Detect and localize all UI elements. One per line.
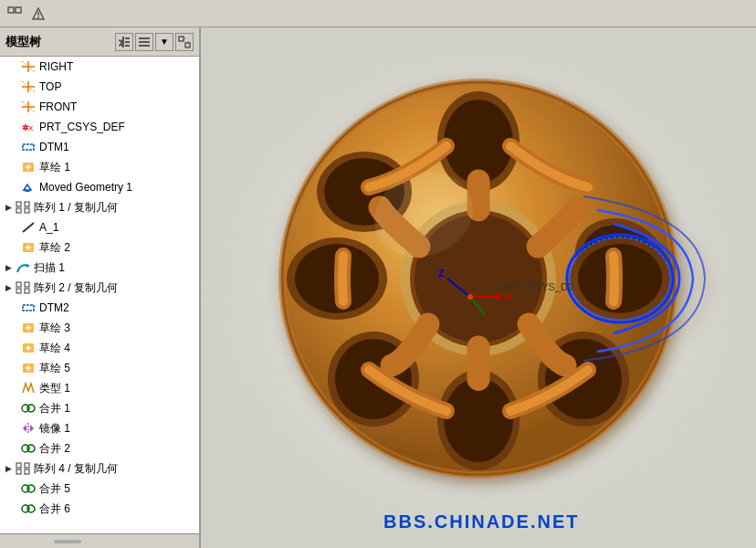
merge1-icon — [20, 401, 37, 416]
expand-merge2 — [7, 442, 20, 455]
tree-item-merge6[interactable]: 合并 6 — [0, 499, 199, 519]
tree-item-merge2[interactable]: 合并 2 — [0, 438, 199, 458]
tree-item-sweep1[interactable]: ▶ 扫描 1 — [0, 258, 199, 278]
sketch4-icon — [20, 341, 37, 355]
expand-merge5 — [7, 482, 20, 495]
sketch1-icon — [20, 160, 37, 174]
moved-icon — [20, 180, 37, 195]
tree-item-merge5[interactable]: 合并 5 — [0, 479, 199, 499]
tree-label-sketch5: 草绘 5 — [39, 361, 70, 376]
expand-merge6 — [7, 502, 20, 515]
app-container: 模型树 — [0, 0, 756, 548]
tree-item-sketch5[interactable]: 草绘 5 — [0, 358, 199, 378]
plane-icon-front — [20, 100, 37, 114]
tree-item-type1[interactable]: 类型 1 — [0, 378, 199, 398]
expand-btn[interactable] — [175, 33, 194, 51]
svg-rect-42 — [25, 289, 29, 293]
merge5-icon — [20, 481, 37, 496]
tree-label-right: RIGHT — [39, 60, 73, 73]
tree-label-merge5: 合并 5 — [39, 481, 70, 497]
tree-label-a1: A_1 — [39, 221, 58, 234]
svg-rect-10 — [139, 45, 150, 47]
sweep1-icon — [15, 260, 31, 275]
tree-label-sweep1: 扫描 1 — [34, 260, 65, 276]
expand-array1[interactable]: ▶ — [2, 201, 15, 214]
tree-item-array2[interactable]: ▶ 阵列 2 / 复制几何 — [0, 278, 199, 298]
plane-icon-top — [20, 79, 37, 94]
tree-label-dtm1: DTM1 — [39, 141, 69, 153]
sketch3-icon — [20, 321, 37, 335]
tree-label-sketch3: 草绘 3 — [39, 321, 70, 336]
expand-top — [7, 80, 20, 93]
tree-item-dtm1[interactable]: DTM1 — [0, 137, 199, 157]
svg-line-34 — [23, 223, 34, 232]
tree-item-merge1[interactable]: 合并 1 — [0, 398, 199, 418]
expand-sketch2 — [7, 241, 20, 254]
a1-icon — [20, 220, 37, 235]
array4-icon — [15, 461, 31, 476]
tree-item-mirror1[interactable]: 镜像 1 — [0, 418, 199, 438]
svg-rect-30 — [16, 202, 21, 206]
expand-sketch5 — [7, 362, 20, 374]
svg-marker-57 — [30, 425, 34, 432]
tree-label-mirror1: 镜像 1 — [39, 421, 70, 437]
viewport[interactable]: Z X PRT_CSYS — [201, 27, 756, 548]
tree-label-array1: 阵列 1 / 复制几何 — [34, 200, 118, 216]
expand-array4[interactable]: ▶ — [2, 462, 15, 475]
panel-header: 模型树 — [0, 27, 199, 57]
tree-item-moved[interactable]: Moved Geometry 1 — [0, 177, 199, 197]
svg-point-54 — [27, 405, 35, 412]
tree-item-array1[interactable]: ▶ 阵列 1 / 复制几何 — [0, 197, 199, 217]
tree-item-dtm2[interactable]: DTM2 — [0, 298, 199, 318]
tree-item-a1[interactable]: A_1 — [0, 217, 199, 237]
tree-item-sketch2[interactable]: 草绘 2 — [0, 237, 199, 258]
list-view-btn[interactable] — [135, 33, 153, 51]
toolbar-icon-2[interactable] — [27, 3, 49, 25]
tree-label-merge2: 合并 2 — [39, 441, 70, 457]
svg-marker-56 — [23, 425, 26, 432]
expand-array2[interactable]: ▶ — [2, 281, 15, 294]
csys-icon: ✲ X — [20, 120, 37, 134]
svg-rect-12 — [185, 43, 190, 47]
tree-label-dtm2: DTM2 — [39, 301, 69, 314]
tree-item-csys[interactable]: ✲ X PRT_CSYS_DEF — [0, 117, 199, 137]
svg-text:X: X — [28, 124, 34, 132]
svg-rect-11 — [179, 37, 184, 41]
tree-item-sketch1[interactable]: 草绘 1 — [0, 157, 199, 177]
svg-rect-40 — [25, 282, 29, 287]
toolbar-icon-1[interactable] — [4, 3, 26, 25]
tree-label-sketch1: 草绘 1 — [39, 160, 70, 175]
tree-label-moved: Moved Geometry 1 — [39, 181, 132, 194]
dropdown-btn[interactable]: ▼ — [155, 33, 173, 51]
tree-item-sketch3[interactable]: 草绘 3 — [0, 318, 199, 338]
tree-label-sketch2: 草绘 2 — [39, 240, 70, 256]
tree-item-array4[interactable]: ▶ 阵列 4 / 复制几何 — [0, 458, 199, 479]
tree-item-sketch4[interactable]: 草绘 4 — [0, 338, 199, 358]
tree-label-csys: PRT_CSYS_DEF — [39, 121, 125, 133]
tree-container[interactable]: RIGHT TOP — [0, 57, 199, 533]
tree-label-array4: 阵列 4 / 复制几何 — [34, 461, 118, 477]
svg-rect-63 — [25, 469, 29, 474]
svg-point-103 — [467, 294, 473, 300]
svg-marker-38 — [26, 264, 30, 268]
expand-sketch1 — [7, 161, 20, 174]
tree-label-merge1: 合并 1 — [39, 401, 70, 416]
mirror1-icon — [20, 421, 37, 436]
expand-merge1 — [7, 402, 20, 415]
expand-csys — [7, 121, 20, 133]
svg-text:Z: Z — [438, 268, 445, 279]
tree-item-front[interactable]: FRONT — [0, 97, 199, 117]
svg-rect-62 — [16, 469, 21, 474]
svg-rect-33 — [25, 208, 29, 213]
expand-sweep1[interactable]: ▶ — [2, 261, 15, 274]
svg-point-59 — [27, 445, 35, 452]
svg-rect-0 — [8, 7, 14, 13]
plane-icon-right — [20, 59, 37, 74]
svg-rect-68 — [54, 540, 81, 543]
tree-item-top[interactable]: TOP — [0, 77, 199, 97]
svg-rect-41 — [16, 289, 21, 293]
expand-front — [7, 100, 20, 113]
panel-scroll-indicator — [0, 533, 199, 548]
settings-icon-btn[interactable] — [115, 33, 133, 51]
tree-item-right[interactable]: RIGHT — [0, 57, 199, 77]
